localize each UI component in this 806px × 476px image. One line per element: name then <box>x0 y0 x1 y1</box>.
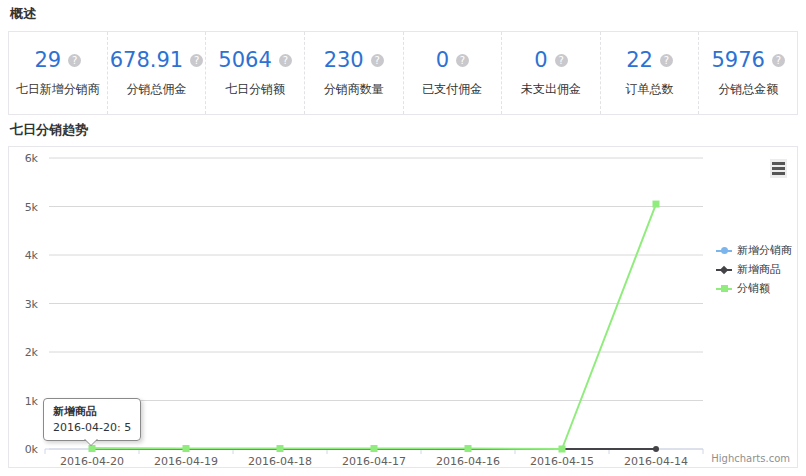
stat-label: 分销商数量 <box>305 81 403 98</box>
stat-value: 29 <box>34 48 61 72</box>
overview-section-title: 概述 <box>10 5 36 23</box>
y-axis-tick-label: 1k <box>25 395 39 408</box>
x-axis-category-label: 2016-04-18 <box>248 455 312 467</box>
tooltip-value: 2016-04-20: 5 <box>53 421 131 434</box>
legend-item-sales-amount[interactable]: 分销额 <box>716 281 792 296</box>
legend-label: 分销额 <box>737 281 770 296</box>
help-icon[interactable]: ? <box>456 54 469 67</box>
chart-tooltip: 新增商品 2016-04-20: 5 <box>43 398 141 441</box>
trend-section-title: 七日分销趋势 <box>10 121 88 139</box>
highcharts-credits-link[interactable]: Highcharts.com <box>711 453 790 464</box>
data-point-marker[interactable] <box>277 445 284 452</box>
legend-marker-square-icon <box>716 284 732 294</box>
help-icon[interactable]: ? <box>279 54 292 67</box>
stat-label: 订单总数 <box>601 81 699 98</box>
stat-label: 未支出佣金 <box>502 81 600 98</box>
tooltip-series-name: 新增商品 <box>53 404 131 419</box>
stats-summary-panel: 29? 七日新增分销商 678.91? 分销总佣金 5064? 七日分销额 23… <box>8 31 798 115</box>
stat-card-total-sales-amount: 5976? 分销总金额 <box>699 32 797 114</box>
stat-card-distributor-count: 230? 分销商数量 <box>305 32 404 114</box>
data-point-marker[interactable] <box>653 201 660 208</box>
data-point-marker[interactable] <box>371 445 378 452</box>
y-axis-tick-label: 0k <box>25 443 39 456</box>
trend-chart: 6k5k4k3k2k1k0k2016-04-202016-04-192016-0… <box>8 146 798 468</box>
chart-export-menu-icon[interactable] <box>770 159 787 178</box>
help-icon[interactable]: ? <box>660 54 673 67</box>
stat-value: 22 <box>626 48 653 72</box>
x-axis-category-label: 2016-04-16 <box>436 455 500 467</box>
legend-marker-diamond-icon <box>716 265 732 275</box>
help-icon[interactable]: ? <box>772 54 785 67</box>
data-point-marker[interactable] <box>183 445 190 452</box>
help-icon[interactable]: ? <box>371 54 384 67</box>
y-axis-tick-label: 5k <box>25 201 39 214</box>
stat-card-order-total: 22? 订单总数 <box>601 32 700 114</box>
stat-label: 已支付佣金 <box>404 81 502 98</box>
stat-card-total-commission: 678.91? 分销总佣金 <box>108 32 207 114</box>
y-axis-tick-label: 4k <box>25 249 39 262</box>
series-line-2[interactable] <box>92 204 656 449</box>
y-axis-tick-label: 6k <box>25 152 39 165</box>
legend-marker-circle-icon <box>716 246 732 256</box>
help-icon[interactable]: ? <box>68 54 81 67</box>
help-icon[interactable]: ? <box>190 54 203 67</box>
data-point-marker[interactable] <box>559 446 566 453</box>
stat-label: 分销总佣金 <box>108 81 206 98</box>
x-axis-category-label: 2016-04-19 <box>154 455 218 467</box>
stat-label: 七日新增分销商 <box>9 81 107 98</box>
stat-value: 5976 <box>711 48 764 72</box>
x-axis-category-label: 2016-04-20 <box>60 455 124 467</box>
legend-label: 新增商品 <box>737 262 781 277</box>
help-icon[interactable]: ? <box>555 54 568 67</box>
y-axis-tick-label: 2k <box>25 346 39 359</box>
y-axis-tick-label: 3k <box>25 298 39 311</box>
x-axis-category-label: 2016-04-14 <box>624 455 688 467</box>
stat-value: 0 <box>436 48 449 72</box>
stat-label: 七日分销额 <box>206 81 304 98</box>
chart-legend: 新增分销商 新增商品 分销额 <box>716 243 792 300</box>
legend-label: 新增分销商 <box>737 243 792 258</box>
stat-card-new-distributors-7d: 29? 七日新增分销商 <box>9 32 108 114</box>
stat-label: 分销总金额 <box>699 81 797 98</box>
legend-item-new-products[interactable]: 新增商品 <box>716 262 792 277</box>
stat-value: 678.91 <box>110 48 183 72</box>
stat-card-unpaid-commission: 0? 未支出佣金 <box>502 32 601 114</box>
stat-card-paid-commission: 0? 已支付佣金 <box>404 32 503 114</box>
stat-value: 0 <box>534 48 547 72</box>
legend-item-new-distributors[interactable]: 新增分销商 <box>716 243 792 258</box>
stat-value: 230 <box>324 48 364 72</box>
x-axis-category-label: 2016-04-15 <box>530 455 594 467</box>
stat-card-sales-7d: 5064? 七日分销额 <box>206 32 305 114</box>
data-point-marker[interactable] <box>465 445 472 452</box>
data-point-marker[interactable] <box>653 446 659 452</box>
stat-value: 5064 <box>218 48 271 72</box>
x-axis-category-label: 2016-04-17 <box>342 455 406 467</box>
